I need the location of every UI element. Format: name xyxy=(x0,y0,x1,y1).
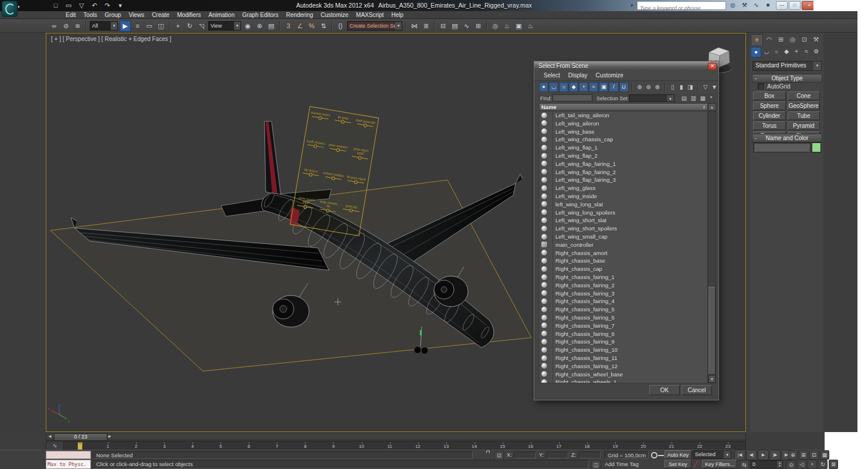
dialog-title-bar[interactable]: Select From Scene ✕ xyxy=(534,62,718,71)
select-and-link-icon[interactable]: ∞ xyxy=(49,21,59,31)
find-input[interactable] xyxy=(552,94,592,101)
scene-object-row[interactable]: Right_chassis_fairing_11 xyxy=(540,354,707,363)
window-crossing-icon[interactable]: ◫ xyxy=(156,21,166,31)
time-slider[interactable]: ◀ 0 / 23 ▶ xyxy=(46,433,746,440)
scene-object-row[interactable]: Left_wing_flap_1 xyxy=(540,144,707,152)
select-by-name-icon[interactable]: ≡ xyxy=(133,21,143,31)
display-helpers-icon[interactable]: + xyxy=(579,82,588,92)
material-editor-icon[interactable]: ◎ xyxy=(490,21,500,31)
maximize-viewport-icon[interactable]: ⊠ xyxy=(829,460,838,469)
dialog-close-icon[interactable]: ✕ xyxy=(708,63,717,70)
dialog-menu-display[interactable]: Display xyxy=(568,72,588,79)
scene-object-row[interactable]: Left_wing_flap_fairing_3 xyxy=(540,176,707,185)
menu-graph-editors[interactable]: Graph Editors xyxy=(242,12,279,18)
list-scrollbar[interactable]: ▼ xyxy=(708,111,716,383)
application-menu-arrow-icon[interactable]: ▾ xyxy=(18,5,20,9)
object-color-swatch[interactable] xyxy=(812,142,821,152)
subcat-lights[interactable]: ☼ xyxy=(772,47,781,56)
tab-modify[interactable]: ◠ xyxy=(764,34,775,45)
autogrid-checkbox[interactable] xyxy=(758,83,764,90)
scene-object-row[interactable]: Left_wing_short_slat xyxy=(540,216,707,225)
tab-utilities[interactable]: ⚒ xyxy=(811,34,822,45)
subcat-geometry[interactable]: ● xyxy=(751,47,761,57)
scene-object-row[interactable]: Left_wing_inside xyxy=(540,192,707,201)
name-and-color-rollout[interactable]: - Name and Color xyxy=(752,134,822,142)
align-icon[interactable]: ≣ xyxy=(421,21,431,31)
scene-object-row[interactable]: Right_chassis_wheels_1 xyxy=(540,378,707,383)
create-tube-button[interactable]: Tube xyxy=(788,111,820,120)
mirror-icon[interactable]: ⋈ xyxy=(409,21,419,31)
z-coordinate-field[interactable] xyxy=(578,451,601,458)
select-and-move-icon[interactable]: + xyxy=(173,21,183,31)
scene-object-row[interactable]: Right_chassis_amort xyxy=(540,249,707,258)
time-slider-next-icon[interactable]: ▶ xyxy=(107,433,113,440)
key-filters-button[interactable]: Key Filters... xyxy=(702,460,737,468)
create-selection-set-icon[interactable]: ▤ xyxy=(680,94,689,103)
create-torus-button[interactable]: Torus xyxy=(753,121,786,130)
select-and-scale-icon[interactable]: ◹ xyxy=(196,21,206,31)
subtract-from-set-icon[interactable]: ▦ xyxy=(699,94,707,103)
pan-icon[interactable]: + xyxy=(808,460,817,469)
rig-slider-knob[interactable] xyxy=(335,148,340,152)
subcat-shapes[interactable]: ◡ xyxy=(762,47,771,56)
new-scene-icon[interactable]: □ xyxy=(52,1,60,10)
maxscript-mini-listener-pink[interactable] xyxy=(46,451,91,459)
absolute-mode-icon[interactable]: ⊡ xyxy=(494,451,504,460)
subcat-cameras[interactable]: ◆ xyxy=(782,47,791,56)
set-key-button[interactable]: Set Key xyxy=(664,460,691,468)
cancel-button[interactable]: Cancel xyxy=(681,385,712,395)
load-selection-icon[interactable]: ▮ xyxy=(677,83,686,91)
scene-object-row[interactable]: Left_wing_base xyxy=(540,128,707,137)
schematic-view-icon[interactable]: ⊞ xyxy=(473,21,483,31)
scene-object-row[interactable]: Right_chassis_fairing_6 xyxy=(540,314,707,322)
search-history-arrow-icon[interactable]: ▸ xyxy=(631,2,633,8)
maximize-button[interactable]: □ xyxy=(789,1,801,10)
select-influences-icon[interactable]: ⊛ xyxy=(645,83,653,91)
menu-create[interactable]: Create xyxy=(152,12,169,18)
time-configuration-icon[interactable]: ⊙ xyxy=(786,460,796,469)
rig-slider-knob[interactable] xyxy=(349,209,353,213)
subcat-space-warps[interactable]: ≈ xyxy=(802,47,811,56)
menu-maxscript[interactable]: MAXScript xyxy=(356,12,384,18)
minimize-button[interactable]: — xyxy=(776,1,788,10)
render-production-icon[interactable]: ♨ xyxy=(525,21,535,31)
rig-slider-knob[interactable] xyxy=(318,116,322,120)
track-bar[interactable]: ∿ 01234567891011121314151617181920212223 xyxy=(46,441,746,450)
menu-rendering[interactable]: Rendering xyxy=(286,12,313,18)
rect-selection-region-icon[interactable]: ▭ xyxy=(144,21,154,31)
layer-manager-icon[interactable]: ⊟ xyxy=(438,21,448,31)
selection-filter-dropdown[interactable]: All▾ xyxy=(90,21,118,30)
search-input[interactable] xyxy=(638,5,725,12)
display-containers-icon[interactable]: ⊔ xyxy=(619,82,629,92)
edit-named-selection-sets-icon[interactable]: {} xyxy=(335,21,345,31)
create-geosphere-button[interactable]: GeoSphere xyxy=(788,101,820,110)
add-time-tag[interactable]: Add Time Tag xyxy=(602,460,652,469)
display-shapes-icon[interactable]: ◡ xyxy=(549,82,558,92)
rig-slider-knob[interactable] xyxy=(354,181,358,185)
combine-selection-icon[interactable]: ◨ xyxy=(686,83,694,91)
display-cameras-icon[interactable]: ◆ xyxy=(569,82,578,92)
y-coordinate-field[interactable] xyxy=(546,451,568,458)
communication-center-icon[interactable]: ∿ xyxy=(752,1,760,10)
time-tag-icon[interactable]: ◫ xyxy=(591,460,601,469)
rig-slider-knob[interactable] xyxy=(313,144,317,148)
scene-object-row[interactable]: Right_chassis_fairing_1 xyxy=(540,273,707,282)
scrollbar-thumb[interactable] xyxy=(708,287,716,375)
menu-help[interactable]: Help xyxy=(391,12,404,18)
zoom-extents-all-icon[interactable]: ▦ xyxy=(820,450,829,460)
time-slider-prev-icon[interactable]: ◀ xyxy=(47,433,53,440)
set-key-brush-icon[interactable]: ╱ xyxy=(694,460,701,468)
scene-object-row[interactable]: Right_chassis_fairing_4 xyxy=(540,297,707,306)
select-children-icon[interactable]: ⊕ xyxy=(636,83,644,91)
menu-animation[interactable]: Animation xyxy=(208,12,234,18)
scene-object-row[interactable]: main_controller xyxy=(540,241,707,250)
snap-toggle-3d-icon[interactable]: 3 xyxy=(283,21,293,31)
play-button[interactable]: ▶ xyxy=(758,450,769,460)
scene-object-row[interactable]: Right_chassis_fairing_10 xyxy=(540,346,707,355)
scene-object-row[interactable]: Left_wing_long_spoilers xyxy=(540,209,707,217)
create-cylinder-button[interactable]: Cylinder xyxy=(753,111,786,120)
filter-icon[interactable]: ▽ xyxy=(701,83,710,91)
scene-object-row[interactable]: Right_chassis_fairing_12 xyxy=(540,362,707,371)
custom-filter-icon[interactable]: ▼ xyxy=(710,83,718,91)
rig-slider-knob[interactable] xyxy=(331,176,335,181)
